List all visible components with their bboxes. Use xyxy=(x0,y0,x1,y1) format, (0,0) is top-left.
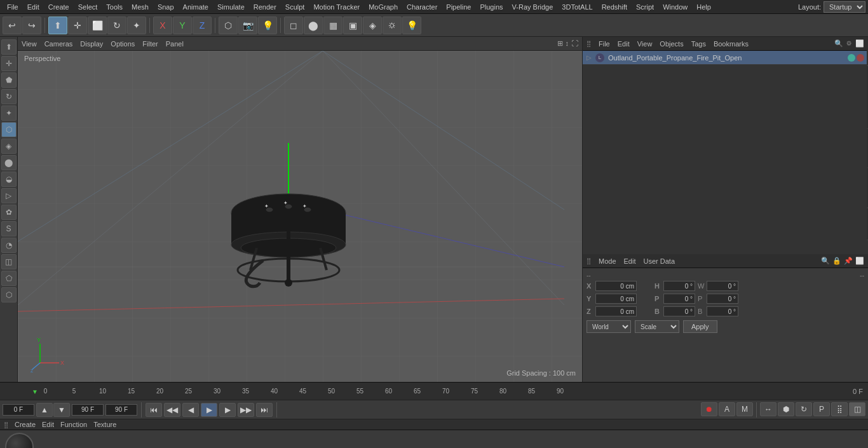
frame-step-down[interactable]: ▼ xyxy=(53,403,70,417)
render-viewport-btn[interactable]: ⬤ xyxy=(304,17,323,34)
left-tool-15[interactable]: ⬠ xyxy=(1,271,17,286)
btn-next-frame[interactable]: ▶ xyxy=(219,403,236,417)
cube-btn[interactable]: ⬡ xyxy=(219,17,238,34)
viewport-icon-1[interactable]: ⊞ xyxy=(557,39,563,48)
menu-select[interactable]: Select xyxy=(74,2,102,12)
btn-rotate2[interactable]: ↻ xyxy=(796,402,812,416)
coord-z-pos-input[interactable] xyxy=(595,306,637,316)
attr-menu-mode[interactable]: Mode xyxy=(599,257,616,265)
attr-search-icon[interactable]: 🔍 xyxy=(821,257,830,265)
obj-menu-view[interactable]: View xyxy=(637,40,653,48)
coord-p2-input[interactable] xyxy=(707,294,738,304)
btn-go-end[interactable]: ⏭ xyxy=(256,403,273,417)
redo-btn[interactable]: ↪ xyxy=(22,17,41,34)
light-bulb-btn[interactable]: 💡 xyxy=(402,17,421,34)
btn-next-key[interactable]: ▶▶ xyxy=(238,403,254,417)
attr-menu-edit[interactable]: Edit xyxy=(624,257,636,265)
btn-record[interactable]: ⏺ xyxy=(701,402,717,416)
axis-x-btn[interactable]: X xyxy=(153,17,172,34)
menu-animate[interactable]: Animate xyxy=(179,2,213,12)
left-tool-10[interactable]: ▷ xyxy=(1,188,17,203)
coord-b-input[interactable] xyxy=(663,306,695,316)
render-all-btn[interactable]: ▣ xyxy=(343,17,362,34)
menu-render[interactable]: Render xyxy=(249,2,281,12)
obj-dot-render[interactable] xyxy=(857,54,864,62)
axis-z-btn[interactable]: Z xyxy=(193,17,212,34)
light-btn[interactable]: 💡 xyxy=(258,17,277,34)
left-tool-1[interactable]: ⬆ xyxy=(1,39,17,55)
transform-tool-btn[interactable]: ✦ xyxy=(127,17,146,34)
left-tool-4[interactable]: ↻ xyxy=(1,89,17,104)
mat-menu-function[interactable]: Function xyxy=(60,421,87,428)
left-tool-5[interactable]: ✦ xyxy=(1,105,17,121)
mat-menu-edit[interactable]: Edit xyxy=(42,421,54,428)
move-tool-btn[interactable]: ✛ xyxy=(68,17,87,34)
menu-vray-bridge[interactable]: V-Ray Bridge xyxy=(508,2,558,12)
btn-play[interactable]: ▶ xyxy=(201,403,217,417)
coord-p-input[interactable] xyxy=(663,294,695,304)
left-tool-6[interactable]: ⬡ xyxy=(1,122,17,137)
coord-h-input[interactable] xyxy=(663,281,695,291)
rotate-tool-btn[interactable]: ↻ xyxy=(107,17,126,34)
scale-dropdown[interactable]: Scale xyxy=(635,320,679,333)
viewport-menu-view[interactable]: View xyxy=(22,40,37,48)
btn-motion-clip[interactable]: M xyxy=(736,402,753,416)
viewport[interactable]: Perspective ✦ ✦ ✦ xyxy=(18,51,582,382)
obj-menu-tags[interactable]: Tags xyxy=(691,40,706,48)
left-tool-14[interactable]: ◫ xyxy=(1,254,17,269)
menu-window[interactable]: Window xyxy=(658,2,692,12)
left-tool-2[interactable]: ✛ xyxy=(1,56,17,71)
menu-redshift[interactable]: Redshift xyxy=(597,2,632,12)
menu-mograph[interactable]: MoGraph xyxy=(364,2,402,12)
select-tool-btn[interactable]: ⬆ xyxy=(48,17,67,34)
layout-dropdown[interactable]: Startup xyxy=(824,1,865,13)
interactive-render-btn[interactable]: ◈ xyxy=(363,17,382,34)
obj-menu-bookmarks[interactable]: Bookmarks xyxy=(714,40,749,48)
menu-3dtoall[interactable]: 3DTotALL xyxy=(557,2,597,12)
obj-menu-file[interactable]: File xyxy=(599,40,610,48)
mat-menu-create[interactable]: Create xyxy=(15,421,36,428)
menu-tools[interactable]: Tools xyxy=(102,2,127,12)
world-dropdown[interactable]: World xyxy=(587,320,631,333)
menu-script[interactable]: Script xyxy=(632,2,658,12)
btn-move[interactable]: ↔ xyxy=(760,402,776,416)
obj-menu-edit[interactable]: Edit xyxy=(618,40,630,48)
menu-plugins[interactable]: Plugins xyxy=(475,2,507,12)
viewport-menu-filter[interactable]: Filter xyxy=(142,40,158,48)
menu-help[interactable]: Help xyxy=(692,2,715,12)
scale-tool-btn[interactable]: ⬜ xyxy=(88,17,107,34)
btn-prev-key[interactable]: ◀◀ xyxy=(164,403,180,417)
btn-prev-frame[interactable]: ◀ xyxy=(182,403,199,417)
mat-menu-texture[interactable]: Texture xyxy=(93,421,116,428)
viewport-menu-options[interactable]: Options xyxy=(111,40,135,48)
btn-go-start[interactable]: ⏮ xyxy=(146,403,162,417)
left-tool-11[interactable]: ✿ xyxy=(1,205,17,220)
viewport-menu-panel[interactable]: Panel xyxy=(166,40,184,48)
btn-autokey[interactable]: A xyxy=(719,402,735,416)
axis-y-btn[interactable]: Y xyxy=(173,17,192,34)
timeline-tick-container[interactable]: 0 5 10 15 20 25 30 35 40 45 50 55 60 65 … xyxy=(31,382,827,400)
object-row[interactable]: ▷ L Outland_Portable_Propane_Fire_Pit_Op… xyxy=(583,51,868,65)
coord-x-pos-input[interactable] xyxy=(595,281,637,291)
menu-sculpt[interactable]: Sculpt xyxy=(281,2,309,12)
obj-search-icon[interactable]: 🔍 xyxy=(834,39,843,48)
menu-pipeline[interactable]: Pipeline xyxy=(442,2,475,12)
viewport-menu-display[interactable]: Display xyxy=(80,40,103,48)
left-tool-9[interactable]: ◒ xyxy=(1,172,17,187)
obj-menu-objects[interactable]: Objects xyxy=(660,40,683,48)
attr-expand-icon[interactable]: ⬜ xyxy=(855,257,864,265)
obj-dot-visible[interactable] xyxy=(848,54,855,62)
menu-motion-tracker[interactable]: Motion Tracker xyxy=(309,2,364,12)
menu-simulate[interactable]: Simulate xyxy=(213,2,249,12)
menu-create[interactable]: Create xyxy=(44,2,74,12)
left-tool-3[interactable]: ⬟ xyxy=(1,72,17,88)
menu-file[interactable]: File xyxy=(3,2,23,12)
btn-frame-range[interactable]: ◫ xyxy=(849,402,865,416)
menu-edit[interactable]: Edit xyxy=(23,2,44,12)
left-tool-7[interactable]: ◈ xyxy=(1,139,17,154)
apply-button[interactable]: Apply xyxy=(683,320,717,333)
camera-btn[interactable]: 📷 xyxy=(238,17,257,34)
attr-pin-icon[interactable]: 📌 xyxy=(844,257,853,265)
coord-y-pos-input[interactable] xyxy=(595,294,637,304)
menu-snap[interactable]: Snap xyxy=(153,2,179,12)
